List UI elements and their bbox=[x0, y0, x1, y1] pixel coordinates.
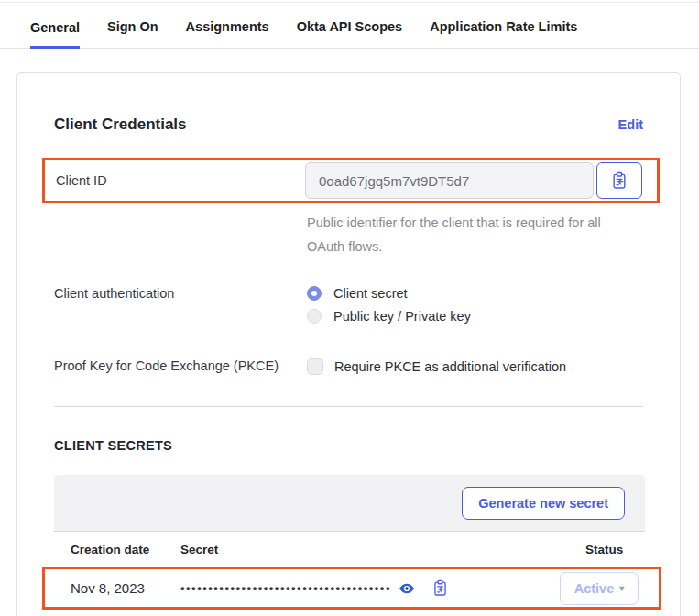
column-header-creation-date: Creation date bbox=[71, 543, 180, 556]
tab-sign-on[interactable]: Sign On bbox=[107, 19, 158, 48]
section-title: Client Credentials bbox=[54, 116, 187, 134]
masked-secret-value: •••••••••••••••••••••••••••••••••••••• bbox=[180, 581, 391, 595]
client-id-value: 0oad67jgq5m7vt9DT5d7 bbox=[319, 173, 469, 189]
radio-label: Client secret bbox=[333, 286, 408, 301]
pkce-label: Proof Key for Code Exchange (PKCE) bbox=[54, 358, 307, 373]
client-id-value-field[interactable]: 0oad67jgq5m7vt9DT5d7 bbox=[305, 162, 594, 199]
radio-option-public-private-key[interactable]: Public key / Private key bbox=[307, 309, 471, 324]
table-row: Nov 8, 2023 ••••••••••••••••••••••••••••… bbox=[45, 569, 659, 607]
copy-secret-icon[interactable] bbox=[431, 579, 449, 597]
client-authentication-label: Client authentication bbox=[54, 286, 307, 301]
pkce-checkbox-row: Require PKCE as additional verification bbox=[307, 358, 566, 375]
client-secrets-title: CLIENT SECRETS bbox=[54, 438, 643, 453]
tab-assignments[interactable]: Assignments bbox=[186, 19, 269, 48]
app-tabbar: General Sign On Assignments Okta API Sco… bbox=[0, 3, 699, 49]
pkce-row: Proof Key for Code Exchange (PKCE) Requi… bbox=[54, 358, 643, 375]
clipboard-copy-icon bbox=[610, 171, 628, 190]
client-authentication-row: Client authentication Client secret Publ… bbox=[54, 286, 643, 324]
copy-client-id-button[interactable] bbox=[596, 162, 642, 199]
chevron-down-icon: ▾ bbox=[619, 583, 624, 593]
radio-unselected-icon[interactable] bbox=[307, 309, 322, 324]
status-dropdown-button[interactable]: Active ▾ bbox=[560, 572, 639, 605]
client-id-highlight-annotation: Client ID 0oad67jgq5m7vt9DT5d7 bbox=[42, 158, 660, 204]
radio-selected-icon[interactable] bbox=[307, 286, 322, 301]
pkce-checkbox[interactable] bbox=[307, 358, 323, 375]
secrets-table-toolbar: Generate new secret bbox=[54, 475, 645, 532]
column-header-secret: Secret bbox=[180, 543, 585, 556]
client-authentication-options: Client secret Public key / Private key bbox=[307, 286, 471, 324]
secret-row-highlight-annotation: Nov 8, 2023 ••••••••••••••••••••••••••••… bbox=[42, 566, 661, 610]
client-credentials-panel: Client Credentials Edit Client ID 0oad67… bbox=[16, 72, 681, 616]
tab-general[interactable]: General bbox=[30, 20, 80, 49]
tab-application-rate-limits[interactable]: Application Rate Limits bbox=[430, 19, 577, 48]
status-badge: Active bbox=[574, 581, 615, 596]
generate-new-secret-button[interactable]: Generate new secret bbox=[462, 487, 625, 520]
client-id-label: Client ID bbox=[52, 173, 305, 188]
client-secrets-table: Generate new secret Creation date Secret… bbox=[54, 475, 645, 610]
section-header: Client Credentials Edit bbox=[54, 116, 643, 134]
secrets-table-header: Creation date Secret Status bbox=[54, 532, 645, 566]
tab-okta-api-scopes[interactable]: Okta API Scopes bbox=[297, 19, 403, 48]
eye-icon[interactable] bbox=[399, 580, 415, 597]
column-header-status: Status bbox=[585, 543, 645, 556]
section-divider bbox=[54, 406, 643, 407]
radio-option-client-secret[interactable]: Client secret bbox=[307, 286, 471, 301]
creation-date-cell: Nov 8, 2023 bbox=[71, 580, 180, 596]
radio-label: Public key / Private key bbox=[333, 309, 471, 324]
client-id-help-text: Public identifier for the client that is… bbox=[307, 211, 637, 258]
secret-cell: •••••••••••••••••••••••••••••••••••••• bbox=[180, 579, 540, 597]
pkce-checkbox-label: Require PKCE as additional verification bbox=[334, 359, 566, 374]
edit-link[interactable]: Edit bbox=[618, 117, 643, 132]
